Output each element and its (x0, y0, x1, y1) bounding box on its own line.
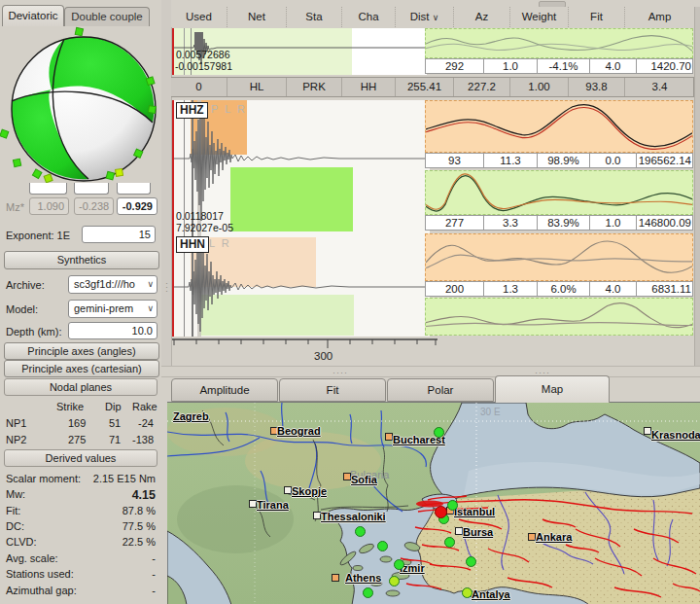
station-dot (389, 576, 400, 586)
derived-avg-scale: Avg. scale:- (6, 552, 156, 564)
hhn-values-row-1: 200 1.3 6.0% 4.0 6831.11 (425, 281, 693, 297)
np2-rake: -138 (132, 434, 154, 445)
hhn-fit-plot-2[interactable] (425, 298, 693, 336)
city-skopje: Skopje (292, 485, 327, 497)
hhn-channel-label[interactable]: HHN (176, 236, 209, 253)
station-map[interactable]: 30 E Bulgaria Zagreb Beograd Bucharest S… (167, 402, 700, 604)
hhz-values-row-1: 93 11.3 98.9% 0.0 196562.14 (425, 153, 693, 168)
mz-field-1[interactable]: 1.090 (29, 197, 69, 215)
summary-waveform-cell[interactable]: 0.00572686 -0.00157981 (172, 28, 427, 75)
depth-field[interactable]: 10.0 (68, 322, 158, 339)
cell-cha: HH (342, 78, 396, 96)
col-rake: Rake (132, 401, 158, 412)
traces-scrollbar[interactable] (694, 7, 700, 366)
bursa-marker (455, 527, 463, 535)
hhn-fit-plot-1[interactable] (425, 233, 693, 281)
derived-azimuthal-gap: Azimuthal gap:- (6, 585, 156, 596)
nodal-planes-header[interactable]: Nodal planes (4, 378, 158, 396)
time-axis: 300 (172, 338, 438, 365)
column-dist[interactable]: Dist ∨ (396, 7, 454, 27)
np1-dip: 51 (109, 417, 121, 429)
mz-field-3[interactable]: -0.929 (117, 197, 158, 215)
tab-polar[interactable]: Polar (387, 378, 494, 402)
tab-amplitude[interactable]: Amplitude (171, 378, 278, 402)
column-fit[interactable]: Fit (569, 7, 625, 27)
station-dot (466, 556, 476, 567)
hhz-fit-plot-1[interactable] (425, 100, 693, 153)
time-axis-label: 300 (314, 350, 332, 362)
np2-label: NP2 (6, 434, 26, 445)
bucharest-marker (385, 433, 393, 441)
cell-amp: 3.4 (625, 78, 694, 96)
col-strike: Strike (56, 401, 84, 412)
archive-label: Archive: (6, 279, 45, 291)
station-dot (363, 587, 373, 598)
moment-tensor-app: Deviatoric Double couple (0, 0, 700, 604)
np2-strike: 275 (68, 434, 86, 445)
column-sta[interactable]: Sta (287, 7, 342, 27)
channel-waveform-panel[interactable]: HHZ P L R 0.0118017 7.92027e-05 HHN L R (172, 100, 430, 337)
vertical-splitter[interactable]: ··· (161, 0, 172, 367)
hhz-fit-plot-2[interactable] (425, 170, 693, 215)
cell-used[interactable]: 0 (171, 78, 228, 96)
model-select[interactable]: gemini-prem ∨ (68, 300, 158, 318)
focal-mechanism-beachball[interactable] (0, 25, 161, 185)
principle-axes-angles-button[interactable]: Principle axes (angles) (4, 342, 159, 360)
column-az[interactable]: Az (454, 7, 510, 27)
column-net[interactable]: Net (228, 7, 287, 27)
exponent-label: Exponent: 1E (6, 230, 70, 241)
horizontal-splitter[interactable]: ···· ···· (161, 366, 700, 377)
chevron-down-icon: ∨ (147, 276, 154, 293)
tab-fit[interactable]: Fit (279, 378, 386, 402)
derived-scalar-moment: Scalar moment:2.15 E15 Nm (6, 473, 156, 484)
np1-strike: 169 (68, 417, 86, 429)
city-athens: Athens (345, 572, 381, 584)
column-used[interactable]: Used (171, 7, 228, 27)
cell-az: 227.2 (454, 78, 510, 96)
station-dot (447, 500, 458, 511)
summary-values-row: 292 1.0 -4.1% 4.0 1420.70 (425, 58, 693, 74)
mz-field-2[interactable]: -0.238 (74, 197, 114, 215)
column-amp[interactable]: Amp (625, 7, 694, 27)
cell-dist: 255.41 (396, 78, 454, 96)
krasnodar-marker (644, 427, 651, 435)
tab-double-couple[interactable]: Double couple (64, 7, 150, 26)
synthetics-button[interactable]: Synthetics (4, 251, 159, 269)
station-dot (444, 537, 455, 548)
derived-stations-used: Stations used:- (6, 568, 156, 580)
hhn-phase-markers: L R (209, 237, 231, 249)
summary-fit-plot[interactable] (425, 28, 693, 58)
thessaloniki-marker (313, 512, 321, 519)
city-antalya: Antalya (472, 588, 510, 600)
hhz-amp-min: 7.92027e-05 (176, 223, 233, 234)
chevron-down-icon: ∨ (147, 301, 154, 317)
city-tirana: Tirana (257, 499, 289, 511)
city-krasnodar: Krasnodar (651, 429, 700, 441)
archive-select[interactable]: sc3gf1d:///ho ∨ (68, 275, 158, 294)
skopje-marker (284, 486, 292, 494)
model-value: gemini-prem (74, 302, 133, 314)
derived-dc: DC:77.5 % (6, 520, 156, 532)
epicenter-marker (435, 506, 447, 518)
tab-deviatoric[interactable]: Deviatoric (2, 5, 64, 26)
station-row[interactable]: 0 HL PRK HH 255.41 227.2 1.00 93.8 3.4 (171, 77, 694, 97)
exponent-field[interactable]: 15 (82, 226, 156, 243)
cell-fit: 93.8 (569, 78, 625, 96)
station-dot (462, 587, 472, 598)
column-weight[interactable]: Weight (510, 7, 569, 27)
tab-map[interactable]: Map (495, 375, 610, 403)
city-thessaloniki: Thessaloniki (321, 511, 386, 522)
col-dip: Dip (105, 401, 122, 412)
hhz-amp-max: 0.0118017 (176, 211, 224, 223)
summary-amp-min: -0.00157981 (175, 61, 232, 73)
principle-axes-cartesian-button[interactable]: Principle axes (cartesian) (4, 360, 159, 377)
hhz-channel-label[interactable]: HHZ (176, 102, 208, 119)
np1-label: NP1 (6, 417, 26, 429)
station-dot (355, 526, 366, 537)
derived-fit: Fit:87.8 % (6, 505, 156, 516)
hhz-phase-markers: P L R (211, 103, 247, 115)
city-beograd: Beograd (277, 425, 321, 437)
derived-values-header[interactable]: Derived values (4, 449, 158, 467)
column-cha[interactable]: Cha (342, 7, 396, 27)
hhz-values-row-2: 277 3.3 83.9% 1.0 146800.09 (425, 215, 693, 231)
